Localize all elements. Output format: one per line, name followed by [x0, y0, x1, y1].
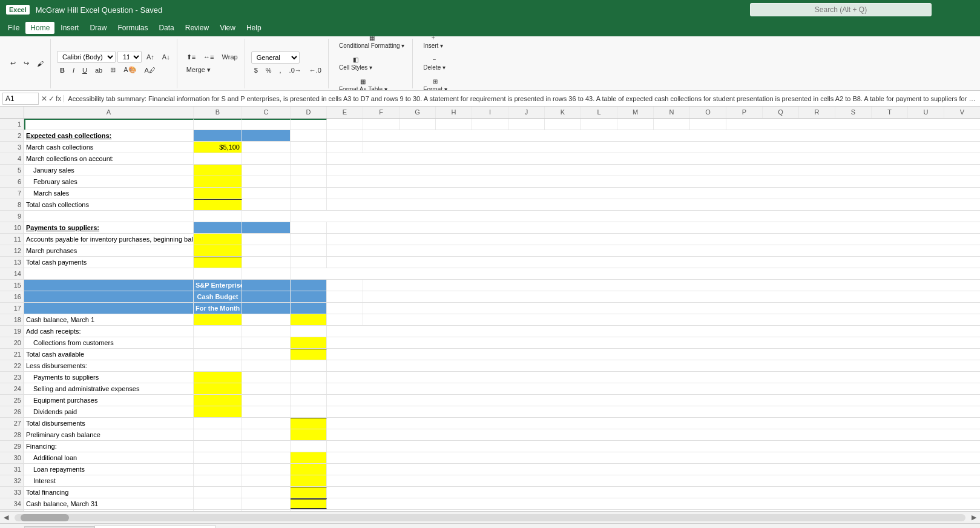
cell-e17[interactable]: [327, 303, 363, 314]
col-header-f[interactable]: F: [363, 107, 400, 118]
cell-c5[interactable]: [242, 165, 291, 176]
cell-a16[interactable]: [24, 291, 194, 302]
col-header-a[interactable]: A: [24, 107, 194, 118]
cell-b8[interactable]: [194, 199, 242, 210]
cell-c27[interactable]: [242, 418, 291, 429]
scroll-left-arrow[interactable]: ◀: [0, 513, 12, 521]
menu-review[interactable]: Review: [180, 22, 214, 34]
cell-c8[interactable]: [242, 199, 291, 210]
add-sheet-button[interactable]: +: [216, 526, 231, 528]
redo-button[interactable]: ↪: [21, 58, 32, 69]
font-grow-button[interactable]: A↑: [143, 51, 157, 62]
cell-d12[interactable]: [291, 245, 327, 256]
cell-a26[interactable]: Dividends paid: [24, 406, 194, 417]
cell-h1[interactable]: [436, 119, 472, 130]
cell-styles-button[interactable]: ◧Cell Styles ▾: [335, 53, 377, 74]
cell-a12[interactable]: March purchases: [24, 245, 194, 256]
cell-e15[interactable]: [327, 280, 363, 291]
cell-b1[interactable]: [194, 119, 242, 130]
cell-b24[interactable]: [194, 383, 242, 394]
cell-b17[interactable]: For the Month of March: [194, 303, 242, 314]
cell-b12[interactable]: [194, 245, 242, 256]
cell-c25[interactable]: [242, 395, 291, 406]
cell-a28[interactable]: Preliminary cash balance: [24, 429, 194, 440]
cell-n1[interactable]: [654, 119, 690, 130]
cell-d3[interactable]: [291, 142, 327, 153]
cell-d15[interactable]: [291, 280, 327, 291]
col-header-r[interactable]: R: [799, 107, 835, 118]
col-header-d[interactable]: D: [291, 107, 327, 118]
cell-c13[interactable]: [242, 257, 291, 268]
cell-a32[interactable]: Interest: [24, 475, 194, 486]
cell-d29[interactable]: [291, 441, 327, 452]
cell-d26[interactable]: [291, 406, 327, 417]
menu-data[interactable]: Data: [154, 22, 179, 34]
col-header-t[interactable]: T: [872, 107, 908, 118]
cell-a17[interactable]: [24, 303, 194, 314]
cell-a27[interactable]: Total disbursements: [24, 418, 194, 429]
tab-schedules-cash-budget[interactable]: 🔒 Schedules and Cash Budget: [94, 526, 216, 528]
cell-c12[interactable]: [242, 245, 291, 256]
confirm-icon[interactable]: ✓: [48, 94, 54, 103]
cell-b2[interactable]: [194, 130, 242, 141]
cell-c20[interactable]: [242, 337, 291, 348]
cell-b35[interactable]: [194, 510, 242, 511]
wrap-text-button[interactable]: Wrap: [219, 51, 241, 62]
cell-b6[interactable]: [194, 176, 242, 187]
cell-d5[interactable]: [291, 165, 327, 176]
cell-b14[interactable]: [194, 268, 242, 279]
cell-d34[interactable]: [291, 498, 327, 509]
col-header-b[interactable]: B: [194, 107, 242, 118]
cell-b16[interactable]: Cash Budget: [194, 291, 242, 302]
cell-a1[interactable]: [24, 119, 194, 130]
cell-b28[interactable]: [194, 429, 242, 440]
comma-button[interactable]: ,: [277, 65, 284, 76]
col-header-g[interactable]: G: [400, 107, 436, 118]
col-header-s[interactable]: S: [835, 107, 872, 118]
cell-b19[interactable]: [194, 326, 242, 337]
cell-a22[interactable]: Less disbursements:: [24, 360, 194, 371]
cell-c10[interactable]: [242, 222, 291, 233]
cell-a18[interactable]: Cash balance, March 1: [24, 314, 194, 325]
cell-a29[interactable]: Financing:: [24, 441, 194, 452]
font-shrink-button[interactable]: A↓: [159, 51, 173, 62]
cell-b27[interactable]: [194, 418, 242, 429]
cell-b7[interactable]: [194, 188, 242, 199]
cell-a10[interactable]: Payments to suppliers:: [24, 222, 194, 233]
col-header-m[interactable]: M: [617, 107, 654, 118]
cell-b23[interactable]: [194, 372, 242, 383]
cell-a11[interactable]: Accounts payable for inventory purchases…: [24, 234, 194, 245]
cell-a14[interactable]: [24, 268, 194, 279]
cell-b11[interactable]: [194, 234, 242, 245]
number-format-select[interactable]: General: [251, 51, 300, 64]
cell-d16[interactable]: [291, 291, 327, 302]
function-icon[interactable]: fx: [56, 94, 61, 103]
cell-reference-input[interactable]: [2, 93, 39, 105]
cell-d18[interactable]: [291, 314, 327, 325]
cell-b29[interactable]: [194, 441, 242, 452]
cell-k1[interactable]: [545, 119, 581, 130]
cell-c17[interactable]: [242, 303, 291, 314]
cell-c33[interactable]: [242, 487, 291, 498]
cell-b34[interactable]: [194, 498, 242, 509]
cell-a25[interactable]: Equipment purchases: [24, 395, 194, 406]
cell-c21[interactable]: [242, 349, 291, 360]
cell-a3[interactable]: March cash collections: [24, 142, 194, 153]
cell-d11[interactable]: [291, 234, 327, 245]
cell-a9[interactable]: [24, 211, 194, 222]
col-header-v[interactable]: V: [944, 107, 980, 118]
cell-a19[interactable]: Add cash receipts:: [24, 326, 194, 337]
cell-b18[interactable]: [194, 314, 242, 325]
cell-b9[interactable]: [194, 211, 242, 222]
cell-a13[interactable]: Total cash payments: [24, 257, 194, 268]
format-as-table-button[interactable]: ▦Format As Table ▾: [335, 75, 392, 91]
cell-c11[interactable]: [242, 234, 291, 245]
menu-draw[interactable]: Draw: [85, 22, 111, 34]
cell-a31[interactable]: Loan repayments: [24, 464, 194, 475]
currency-button[interactable]: $: [251, 65, 261, 76]
cell-b31[interactable]: [194, 464, 242, 475]
cell-g1[interactable]: [400, 119, 436, 130]
cell-d33[interactable]: [291, 487, 327, 498]
cell-b26[interactable]: [194, 406, 242, 417]
cell-d24[interactable]: [291, 383, 327, 394]
